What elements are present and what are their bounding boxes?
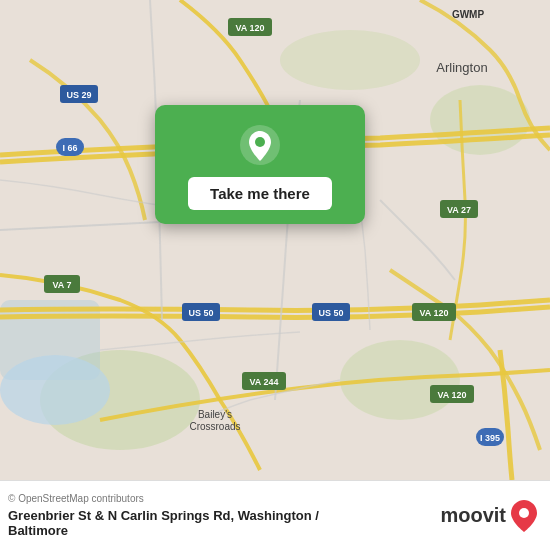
svg-text:VA 120: VA 120 bbox=[419, 308, 448, 318]
take-me-there-button[interactable]: Take me there bbox=[188, 177, 332, 210]
svg-text:US 29: US 29 bbox=[66, 90, 91, 100]
svg-point-4 bbox=[280, 30, 420, 90]
address-section: © OpenStreetMap contributors Greenbrier … bbox=[8, 493, 319, 538]
map-container: VA 120 US 29 I 66 VA 7 US 50 US 50 VA 12… bbox=[0, 0, 550, 480]
svg-text:GWMP: GWMP bbox=[452, 9, 485, 20]
svg-text:US 50: US 50 bbox=[188, 308, 213, 318]
bottom-bar: © OpenStreetMap contributors Greenbrier … bbox=[0, 480, 550, 550]
svg-text:Arlington: Arlington bbox=[436, 60, 487, 75]
svg-text:VA 27: VA 27 bbox=[447, 205, 471, 215]
moovit-brand-text: moovit bbox=[440, 504, 506, 527]
location-pin-icon bbox=[238, 123, 282, 167]
svg-text:VA 120: VA 120 bbox=[235, 23, 264, 33]
osm-credit: © OpenStreetMap contributors bbox=[8, 493, 319, 504]
svg-text:I 66: I 66 bbox=[62, 143, 77, 153]
svg-text:VA 120: VA 120 bbox=[437, 390, 466, 400]
popup-card: Take me there bbox=[155, 105, 365, 224]
svg-point-36 bbox=[519, 508, 529, 518]
svg-point-35 bbox=[255, 137, 265, 147]
svg-text:Bailey's: Bailey's bbox=[198, 409, 232, 420]
moovit-pin-icon bbox=[510, 499, 538, 533]
svg-text:VA 244: VA 244 bbox=[249, 377, 278, 387]
moovit-logo: moovit bbox=[440, 499, 538, 533]
svg-point-3 bbox=[430, 85, 530, 155]
svg-text:I 395: I 395 bbox=[480, 433, 500, 443]
svg-point-6 bbox=[0, 355, 110, 425]
address-line1: Greenbrier St & N Carlin Springs Rd, Was… bbox=[8, 508, 319, 523]
svg-text:VA 7: VA 7 bbox=[52, 280, 71, 290]
svg-text:Crossroads: Crossroads bbox=[189, 421, 240, 432]
address-line2: Baltimore bbox=[8, 523, 319, 538]
svg-text:US 50: US 50 bbox=[318, 308, 343, 318]
